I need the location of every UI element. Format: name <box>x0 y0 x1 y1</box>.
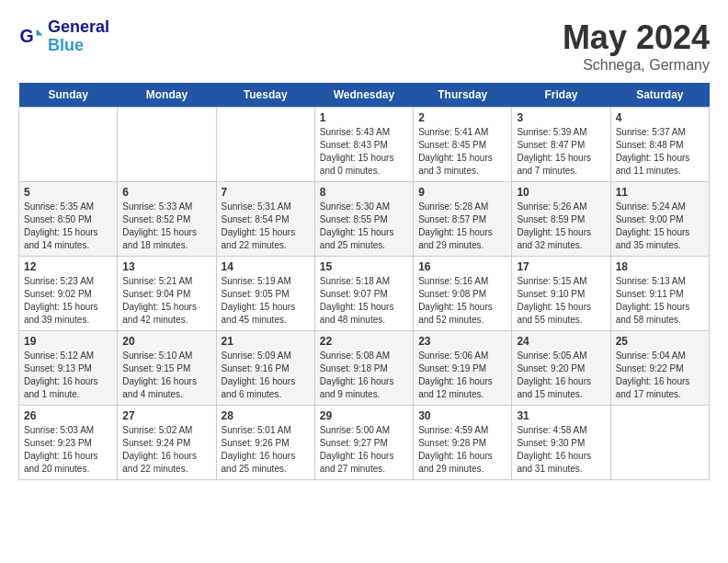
logo-general: General <box>48 18 109 37</box>
calendar-cell: 23Sunrise: 5:06 AM Sunset: 9:19 PM Dayli… <box>414 331 512 406</box>
calendar-cell: 17Sunrise: 5:15 AM Sunset: 9:10 PM Dayli… <box>512 257 610 331</box>
day-number: 12 <box>24 260 112 273</box>
day-number: 24 <box>517 335 605 348</box>
calendar-cell: 24Sunrise: 5:05 AM Sunset: 9:20 PM Dayli… <box>512 331 610 406</box>
calendar-cell: 3Sunrise: 5:39 AM Sunset: 8:47 PM Daylig… <box>512 108 610 182</box>
calendar-cell: 11Sunrise: 5:24 AM Sunset: 9:00 PM Dayli… <box>610 182 709 257</box>
day-info: Sunrise: 5:24 AM Sunset: 9:00 PM Dayligh… <box>616 201 704 252</box>
calendar-week-1: 1Sunrise: 5:43 AM Sunset: 8:43 PM Daylig… <box>19 108 710 182</box>
day-number: 31 <box>517 409 605 422</box>
day-number: 9 <box>418 186 506 199</box>
day-number: 16 <box>418 260 506 273</box>
day-info: Sunrise: 5:26 AM Sunset: 8:59 PM Dayligh… <box>517 201 605 252</box>
logo-icon: G <box>18 24 44 50</box>
day-number: 28 <box>222 409 310 422</box>
day-number: 8 <box>320 186 408 199</box>
calendar-week-2: 5Sunrise: 5:35 AM Sunset: 8:50 PM Daylig… <box>19 182 710 257</box>
calendar-cell: 15Sunrise: 5:18 AM Sunset: 9:07 PM Dayli… <box>314 257 413 331</box>
day-info: Sunrise: 5:12 AM Sunset: 9:13 PM Dayligh… <box>24 350 112 401</box>
calendar-cell: 9Sunrise: 5:28 AM Sunset: 8:57 PM Daylig… <box>414 182 512 257</box>
day-info: Sunrise: 5:10 AM Sunset: 9:15 PM Dayligh… <box>122 350 210 401</box>
day-number: 13 <box>122 260 210 273</box>
day-info: Sunrise: 5:03 AM Sunset: 9:23 PM Dayligh… <box>24 424 112 476</box>
day-number: 6 <box>122 186 210 199</box>
calendar-cell: 12Sunrise: 5:23 AM Sunset: 9:02 PM Dayli… <box>19 257 118 331</box>
calendar-cell: 28Sunrise: 5:01 AM Sunset: 9:26 PM Dayli… <box>216 406 314 480</box>
logo-blue: Blue <box>48 37 109 55</box>
location-title: Schnega, Germany <box>563 57 710 74</box>
calendar-table: SundayMondayTuesdayWednesdayThursdayFrid… <box>18 83 710 480</box>
logo: G General Blue <box>18 18 109 55</box>
calendar-cell: 25Sunrise: 5:04 AM Sunset: 9:22 PM Dayli… <box>610 331 709 406</box>
svg-marker-1 <box>37 29 43 35</box>
day-number: 2 <box>418 111 506 124</box>
day-number: 27 <box>122 409 210 422</box>
calendar-cell <box>610 406 709 480</box>
day-info: Sunrise: 5:21 AM Sunset: 9:04 PM Dayligh… <box>122 275 210 327</box>
day-info: Sunrise: 5:33 AM Sunset: 8:52 PM Dayligh… <box>122 201 210 252</box>
day-number: 20 <box>122 335 210 348</box>
day-number: 25 <box>616 335 704 348</box>
calendar-header-row: SundayMondayTuesdayWednesdayThursdayFrid… <box>19 83 710 108</box>
day-header-thursday: Thursday <box>414 83 512 108</box>
day-number: 23 <box>418 335 506 348</box>
day-info: Sunrise: 5:18 AM Sunset: 9:07 PM Dayligh… <box>320 275 408 327</box>
calendar-cell: 1Sunrise: 5:43 AM Sunset: 8:43 PM Daylig… <box>314 108 413 182</box>
svg-text:G: G <box>19 25 33 45</box>
day-info: Sunrise: 5:31 AM Sunset: 8:54 PM Dayligh… <box>222 201 310 252</box>
day-info: Sunrise: 5:13 AM Sunset: 9:11 PM Dayligh… <box>616 275 704 327</box>
calendar-cell: 29Sunrise: 5:00 AM Sunset: 9:27 PM Dayli… <box>314 406 413 480</box>
day-number: 5 <box>24 186 112 199</box>
day-info: Sunrise: 5:35 AM Sunset: 8:50 PM Dayligh… <box>24 201 112 252</box>
calendar-cell <box>19 108 118 182</box>
day-info: Sunrise: 4:59 AM Sunset: 9:28 PM Dayligh… <box>418 424 506 476</box>
calendar-cell: 26Sunrise: 5:03 AM Sunset: 9:23 PM Dayli… <box>19 406 118 480</box>
day-info: Sunrise: 5:02 AM Sunset: 9:24 PM Dayligh… <box>122 424 210 476</box>
day-info: Sunrise: 5:16 AM Sunset: 9:08 PM Dayligh… <box>418 275 506 327</box>
day-number: 19 <box>24 335 112 348</box>
day-info: Sunrise: 5:19 AM Sunset: 9:05 PM Dayligh… <box>222 275 310 327</box>
month-title: May 2024 <box>563 18 710 57</box>
day-info: Sunrise: 5:15 AM Sunset: 9:10 PM Dayligh… <box>517 275 605 327</box>
day-header-monday: Monday <box>118 83 216 108</box>
day-info: Sunrise: 5:28 AM Sunset: 8:57 PM Dayligh… <box>418 201 506 252</box>
calendar-cell: 4Sunrise: 5:37 AM Sunset: 8:48 PM Daylig… <box>610 108 709 182</box>
title-block: May 2024 Schnega, Germany <box>563 18 710 74</box>
day-number: 3 <box>517 111 605 124</box>
day-info: Sunrise: 5:09 AM Sunset: 9:16 PM Dayligh… <box>222 350 310 401</box>
day-header-friday: Friday <box>512 83 610 108</box>
calendar-cell <box>216 108 314 182</box>
day-number: 30 <box>418 409 506 422</box>
calendar-week-4: 19Sunrise: 5:12 AM Sunset: 9:13 PM Dayli… <box>19 331 710 406</box>
day-number: 11 <box>616 186 704 199</box>
day-info: Sunrise: 5:06 AM Sunset: 9:19 PM Dayligh… <box>418 350 506 401</box>
calendar-cell: 14Sunrise: 5:19 AM Sunset: 9:05 PM Dayli… <box>216 257 314 331</box>
day-header-saturday: Saturday <box>610 83 709 108</box>
day-number: 21 <box>222 335 310 348</box>
day-info: Sunrise: 5:05 AM Sunset: 9:20 PM Dayligh… <box>517 350 605 401</box>
calendar-cell <box>118 108 216 182</box>
day-header-tuesday: Tuesday <box>216 83 314 108</box>
day-number: 15 <box>320 260 408 273</box>
day-info: Sunrise: 5:41 AM Sunset: 8:45 PM Dayligh… <box>418 126 506 178</box>
calendar-cell: 18Sunrise: 5:13 AM Sunset: 9:11 PM Dayli… <box>610 257 709 331</box>
calendar-week-3: 12Sunrise: 5:23 AM Sunset: 9:02 PM Dayli… <box>19 257 710 331</box>
day-info: Sunrise: 5:37 AM Sunset: 8:48 PM Dayligh… <box>616 126 704 178</box>
calendar-cell: 5Sunrise: 5:35 AM Sunset: 8:50 PM Daylig… <box>19 182 118 257</box>
day-number: 29 <box>320 409 408 422</box>
logo-text: General Blue <box>48 18 109 55</box>
day-info: Sunrise: 4:58 AM Sunset: 9:30 PM Dayligh… <box>517 424 605 476</box>
day-number: 1 <box>320 111 408 124</box>
day-number: 4 <box>616 111 704 124</box>
calendar-cell: 10Sunrise: 5:26 AM Sunset: 8:59 PM Dayli… <box>512 182 610 257</box>
calendar-week-5: 26Sunrise: 5:03 AM Sunset: 9:23 PM Dayli… <box>19 406 710 480</box>
page-header: G General Blue May 2024 Schnega, Germany <box>18 18 710 74</box>
day-number: 7 <box>222 186 310 199</box>
day-number: 22 <box>320 335 408 348</box>
day-info: Sunrise: 5:08 AM Sunset: 9:18 PM Dayligh… <box>320 350 408 401</box>
calendar-cell: 30Sunrise: 4:59 AM Sunset: 9:28 PM Dayli… <box>414 406 512 480</box>
day-info: Sunrise: 5:01 AM Sunset: 9:26 PM Dayligh… <box>222 424 310 476</box>
calendar-cell: 2Sunrise: 5:41 AM Sunset: 8:45 PM Daylig… <box>414 108 512 182</box>
calendar-cell: 21Sunrise: 5:09 AM Sunset: 9:16 PM Dayli… <box>216 331 314 406</box>
calendar-cell: 6Sunrise: 5:33 AM Sunset: 8:52 PM Daylig… <box>118 182 216 257</box>
